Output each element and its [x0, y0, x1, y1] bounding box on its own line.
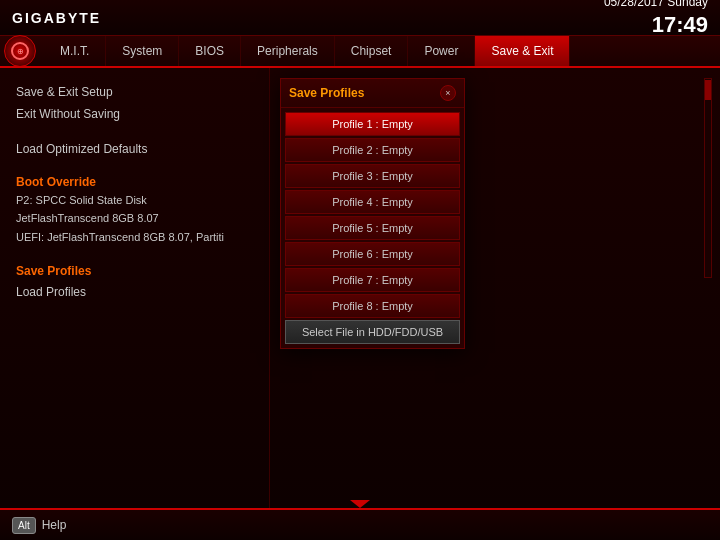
datetime-display: 05/28/2017 Sunday 17:49 [604, 0, 708, 40]
nav-logo: ⊕ [4, 35, 36, 67]
scrollbar[interactable] [704, 78, 712, 278]
nav-item-peripherals[interactable]: Peripherals [241, 36, 335, 66]
help-text: Help [42, 518, 67, 532]
exit-menu-section: Save & Exit Setup Exit Without Saving [16, 82, 253, 125]
boot-item-0[interactable]: P2: SPCC Solid State Disk [16, 191, 253, 210]
modal-close-button[interactable]: × [440, 85, 456, 101]
main-content: Save & Exit Setup Exit Without Saving Lo… [0, 68, 720, 508]
boot-override-label: Boot Override [16, 175, 253, 189]
nav-logo-inner: ⊕ [11, 42, 29, 60]
profile-1-button[interactable]: Profile 1 : Empty [285, 112, 460, 136]
nav-item-system[interactable]: System [106, 36, 179, 66]
date-display: 05/28/2017 Sunday [604, 0, 708, 11]
bottom-decoration [350, 500, 370, 508]
modal-title: Save Profiles [289, 86, 364, 100]
exit-without-saving-item[interactable]: Exit Without Saving [16, 104, 253, 126]
bottom-bar: Alt Help [0, 508, 720, 540]
save-profiles-item[interactable]: Save Profiles [16, 261, 253, 283]
save-profiles-modal: Save Profiles × Profile 1 : Empty Profil… [280, 78, 465, 349]
nav-items: M.I.T. System BIOS Peripherals Chipset P… [44, 36, 716, 66]
boot-item-2[interactable]: UEFI: JetFlashTranscend 8GB 8.07, Partit… [16, 228, 253, 247]
boot-override-section: Boot Override P2: SPCC Solid State Disk … [16, 175, 253, 247]
profiles-section: Save Profiles Load Profiles [16, 261, 253, 304]
profile-3-button[interactable]: Profile 3 : Empty [285, 164, 460, 188]
boot-item-1[interactable]: JetFlashTranscend 8GB 8.07 [16, 209, 253, 228]
navigation-bar: ⊕ M.I.T. System BIOS Peripherals Chipset… [0, 36, 720, 68]
load-profiles-item[interactable]: Load Profiles [16, 282, 253, 304]
scroll-thumb [705, 80, 711, 100]
alt-key: Alt [12, 517, 36, 534]
modal-header: Save Profiles × [281, 79, 464, 108]
right-panel: Save Profiles × Profile 1 : Empty Profil… [270, 68, 720, 508]
select-file-hdd-button[interactable]: Select File in HDD/FDD/USB [285, 320, 460, 344]
nav-item-power[interactable]: Power [408, 36, 475, 66]
brand-logo: GIGABYTE [12, 10, 101, 26]
defaults-section: Load Optimized Defaults [16, 139, 253, 161]
profile-8-button[interactable]: Profile 8 : Empty [285, 294, 460, 318]
profile-4-button[interactable]: Profile 4 : Empty [285, 190, 460, 214]
profile-6-button[interactable]: Profile 6 : Empty [285, 242, 460, 266]
profile-7-button[interactable]: Profile 7 : Empty [285, 268, 460, 292]
header: GIGABYTE 05/28/2017 Sunday 17:49 [0, 0, 720, 36]
nav-item-save-exit[interactable]: Save & Exit [475, 36, 570, 66]
nav-item-mit[interactable]: M.I.T. [44, 36, 106, 66]
left-panel: Save & Exit Setup Exit Without Saving Lo… [0, 68, 270, 508]
profile-2-button[interactable]: Profile 2 : Empty [285, 138, 460, 162]
load-optimized-defaults-item[interactable]: Load Optimized Defaults [16, 139, 253, 161]
save-exit-setup-item[interactable]: Save & Exit Setup [16, 82, 253, 104]
nav-item-bios[interactable]: BIOS [179, 36, 241, 66]
profile-5-button[interactable]: Profile 5 : Empty [285, 216, 460, 240]
modal-body: Profile 1 : Empty Profile 2 : Empty Prof… [281, 108, 464, 348]
nav-item-chipset[interactable]: Chipset [335, 36, 409, 66]
